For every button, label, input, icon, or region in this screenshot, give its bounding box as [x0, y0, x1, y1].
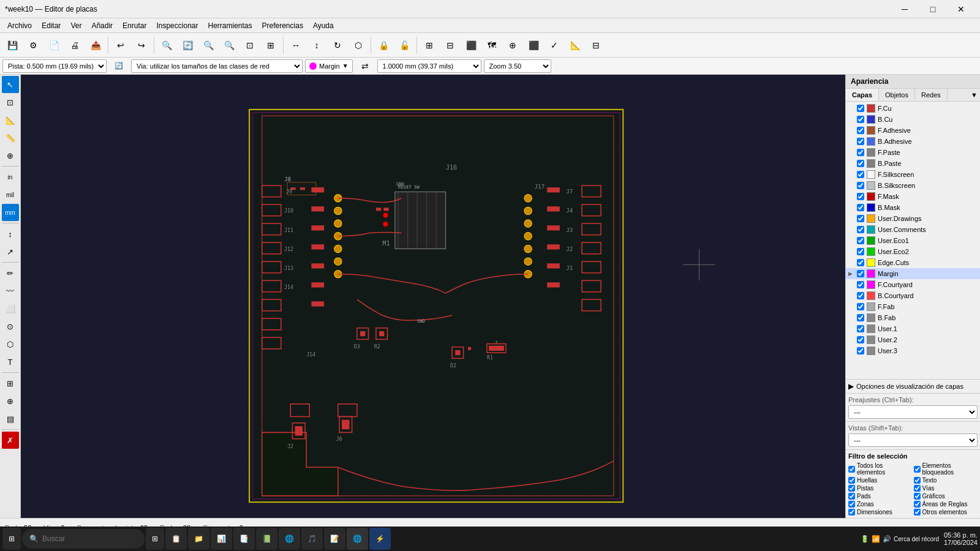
app-chrome[interactable]: 🌐	[347, 528, 368, 550]
layer-row-b-courtyard[interactable]: B.Courtyard	[846, 290, 980, 301]
menu-item-archivo[interactable]: Archivo	[2, 20, 37, 31]
export-button[interactable]: 📤	[86, 36, 105, 55]
tab-redes[interactable]: Redes	[915, 89, 948, 101]
app-word[interactable]: 📝	[324, 528, 345, 550]
grid-unlock-button[interactable]: 🔓	[394, 36, 414, 55]
flip-v-button[interactable]: ↕	[307, 36, 326, 55]
layer-visibility-checkbox[interactable]	[857, 204, 864, 211]
layer-swap-button[interactable]: ⇄	[355, 56, 375, 76]
layer-visibility-checkbox[interactable]	[857, 193, 864, 200]
via-select[interactable]: Via: utilizar los tamaños de las clases …	[131, 59, 303, 73]
app-kicad[interactable]: ⚡	[369, 528, 391, 550]
filter-checkbox-6[interactable]	[848, 493, 855, 500]
layer-visibility-checkbox[interactable]	[857, 314, 864, 321]
layer-row-b-paste[interactable]: B.Paste	[846, 158, 980, 169]
menu-item-inspeccionar[interactable]: Inspeccionar	[151, 20, 203, 31]
board-setup-button[interactable]: ⊟	[586, 36, 606, 55]
layer-row-b-cu[interactable]: B.Cu	[846, 114, 980, 125]
taskbar-search-input[interactable]	[42, 534, 134, 543]
layer-row-user-1[interactable]: User.1	[846, 323, 980, 334]
save-button[interactable]: 💾	[2, 36, 22, 55]
print-button[interactable]: 🖨	[65, 36, 85, 55]
layer-visibility-checkbox[interactable]	[857, 149, 864, 156]
app-presentation[interactable]: 📊	[211, 528, 232, 550]
layer-visibility-checkbox[interactable]	[857, 138, 864, 145]
new-button[interactable]: 📄	[44, 36, 64, 55]
layer-row-b-adhesive[interactable]: B.Adhesive	[846, 136, 980, 147]
layer-visibility-checkbox[interactable]	[857, 259, 864, 266]
layer-row-user-eco1[interactable]: User.Eco1	[846, 235, 980, 246]
menu-item-añadir[interactable]: Añadir	[86, 20, 118, 31]
layer-visibility-checkbox[interactable]	[857, 347, 864, 354]
zoom-out-button[interactable]: 🔍	[198, 36, 218, 55]
filter-checkbox-10[interactable]	[848, 509, 855, 515]
pcb-canvas-area[interactable]: J8 J9 J10 J11 J12 J13 J14	[21, 75, 845, 518]
add-footprint[interactable]: ⊞	[2, 375, 19, 392]
tab-capas[interactable]: Capas	[846, 89, 879, 101]
layer-row-margin[interactable]: ▶Margin	[846, 268, 980, 279]
layer-row-f-paste[interactable]: F.Paste	[846, 147, 980, 158]
filter-checkbox-1[interactable]	[914, 466, 921, 473]
select-box-tool[interactable]: ⊡	[2, 94, 19, 111]
track-size-select[interactable]: Pista: 0.500 mm (19.69 mils)	[2, 59, 107, 73]
layer-visibility-checkbox[interactable]	[857, 105, 864, 112]
redo-button[interactable]: ↪	[132, 36, 151, 55]
select-tool[interactable]: ↖	[2, 76, 19, 93]
draw-curve[interactable]: 〰	[2, 282, 19, 299]
menu-item-ayuda[interactable]: Ayuda	[308, 20, 339, 31]
calculator-button[interactable]: 📐	[565, 36, 585, 55]
app-explorer[interactable]: 📋	[165, 528, 187, 550]
map-button[interactable]: 🗺	[482, 36, 502, 55]
filter-checkbox-0[interactable]	[848, 466, 855, 473]
draw-poly[interactable]: ⬡	[2, 335, 19, 353]
filter-checkbox-9[interactable]	[914, 501, 921, 508]
layer-visibility-checkbox[interactable]	[857, 303, 864, 310]
interactive-route[interactable]: ↗	[2, 243, 19, 260]
vis-options-toggle[interactable]: ▶ Opciones de visualización de capas	[848, 382, 978, 391]
layers-list[interactable]: F.CuB.CuF.AdhesiveB.AdhesiveF.PasteB.Pas…	[846, 102, 980, 379]
presets-select[interactable]: ---	[848, 405, 978, 419]
layer-visibility-checkbox[interactable]	[857, 127, 864, 134]
layer-visibility-checkbox[interactable]	[857, 270, 864, 277]
app-music[interactable]: 🎵	[301, 528, 323, 550]
zoom-area-button[interactable]: ⊞	[261, 36, 281, 55]
mm-unit[interactable]: mm	[2, 204, 19, 221]
dimension-select[interactable]: 1.0000 mm (39.37 mils)	[377, 59, 481, 73]
layer-row-user-3[interactable]: User.3	[846, 345, 980, 356]
task-view-button[interactable]: ⊞	[146, 528, 164, 550]
menu-item-editar[interactable]: Editar	[37, 20, 66, 31]
layer-row-user-drawings[interactable]: User.Drawings	[846, 213, 980, 224]
filter-checkbox-5[interactable]	[914, 485, 921, 492]
layer-row-b-fab[interactable]: B.Fab	[846, 312, 980, 323]
menu-item-preferencias[interactable]: Preferencias	[257, 20, 308, 31]
ruler-tool[interactable]: 📏	[2, 129, 19, 146]
netlist-button[interactable]: ⊟	[440, 36, 460, 55]
refresh-button[interactable]: 🔄	[178, 36, 197, 55]
taskbar-search[interactable]: 🔍	[22, 529, 145, 549]
layer-row-f-cu[interactable]: F.Cu	[846, 103, 980, 114]
track-mode-button[interactable]: 🔄	[109, 56, 129, 76]
layer-indicator[interactable]: Margin ▼	[305, 59, 353, 73]
menu-item-enrutar[interactable]: Enrutar	[118, 20, 151, 31]
tab-objetos[interactable]: Objetos	[879, 89, 915, 101]
panel-collapse[interactable]: ▼	[968, 89, 980, 101]
layer-row-user-eco2[interactable]: User.Eco2	[846, 246, 980, 257]
zoom-fit-button[interactable]: ⊡	[240, 36, 260, 55]
layer-visibility-checkbox[interactable]	[857, 336, 864, 343]
filter-checkbox-8[interactable]	[848, 501, 855, 508]
mirror-button[interactable]: ⬡	[349, 36, 368, 55]
app-doc[interactable]: 📑	[233, 528, 255, 550]
grid-lock-button[interactable]: 🔒	[374, 36, 393, 55]
draw-line[interactable]: ✏	[2, 264, 19, 282]
ratsnest-button[interactable]: ⊞	[420, 36, 439, 55]
rule-check-button[interactable]: ✓	[545, 36, 564, 55]
inch-unit[interactable]: in	[2, 168, 19, 186]
rotate-button[interactable]: ↻	[328, 36, 347, 55]
app-folder[interactable]: 📁	[188, 528, 209, 550]
search-button[interactable]: 🔍	[157, 36, 176, 55]
layer-visibility-checkbox[interactable]	[857, 325, 864, 332]
menu-item-ver[interactable]: Ver	[66, 20, 86, 31]
layer-visibility-checkbox[interactable]	[857, 215, 864, 222]
layer-visibility-checkbox[interactable]	[857, 160, 864, 167]
draw-circle[interactable]: ⊙	[2, 318, 19, 335]
